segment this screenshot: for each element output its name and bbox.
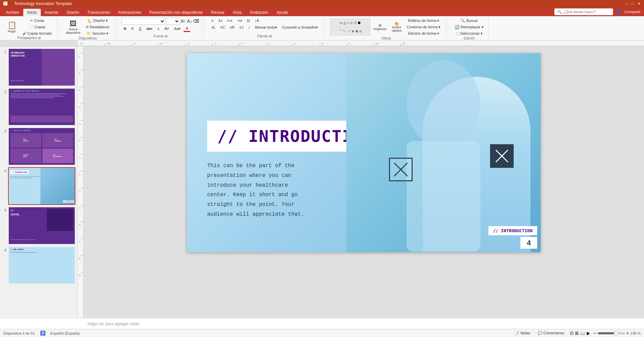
align-center-button[interactable]: ≡C	[218, 25, 227, 30]
t4-bottom-label: // INTRODUCTION	[63, 201, 74, 203]
shapes-panel[interactable]: ▭ △ ○ ◇ ⬡ ⬣	[330, 19, 371, 27]
organizar-button[interactable]: ⊞ Organizar	[372, 23, 389, 32]
smartart-button[interactable]: Convertir a SmartArt▾	[280, 25, 320, 30]
search-box[interactable]	[563, 10, 610, 14]
slide-thumb-container-3[interactable]: 3 // TABLE OF CONTENTS OURCENTER KEYNUMB…	[2, 127, 75, 165]
notes-button[interactable]: 📝 Notas	[513, 330, 532, 336]
zoom-out-button[interactable]: ─	[593, 331, 597, 336]
clear-format-button[interactable]: ⌫	[193, 19, 199, 24]
justify-button[interactable]: ≡J	[237, 25, 246, 30]
font-size-selector[interactable]	[166, 18, 180, 25]
numbering-button[interactable]: 1≡	[216, 18, 225, 24]
decrease-indent-button[interactable]: ⇐≡	[225, 18, 234, 24]
slide-canvas[interactable]: // INTRODUCTION This can be the part of …	[187, 53, 541, 252]
strikethrough-button[interactable]: abc	[144, 26, 155, 31]
slide-thumb-1[interactable]: TECHNOLOGYINNOVATION HEALTHCARE GUIDE	[8, 48, 75, 86]
estilos-rapidos-button[interactable]: 🎨 Estilosrápidos	[390, 21, 404, 33]
reading-view-button[interactable]: 📖	[580, 331, 585, 336]
slide-thumb-3[interactable]: // TABLE OF CONTENTS OURCENTER KEYNUMBER…	[8, 127, 75, 165]
contorno-forma-button[interactable]: Contorno de forma ▾	[405, 24, 443, 30]
sep2	[117, 20, 117, 37]
font-color-button[interactable]: A	[184, 26, 190, 32]
columns-button[interactable]: ⊟	[245, 18, 252, 24]
share-icon: 👤	[616, 10, 621, 14]
tab-archivo[interactable]: Archivo	[2, 9, 23, 16]
layout-button[interactable]: 📐 Diseño ▾	[84, 18, 111, 24]
section-button[interactable]: 📁 Sección ▾	[84, 31, 111, 36]
slide-thumb-2[interactable]: // CONTENTS OF THIS TEMPLATE	[8, 88, 75, 126]
seleccionar-button[interactable]: ⬚ Seleccionar ▾	[453, 31, 485, 36]
x1-svg	[392, 161, 409, 178]
slide-sorter-button[interactable]: ⊞	[575, 331, 579, 336]
relleno-forma-button[interactable]: Relleno de forma ▾	[405, 18, 443, 24]
comments-button[interactable]: 💬 Comentarios	[536, 330, 566, 336]
font-selector[interactable]	[122, 18, 165, 25]
copy-button[interactable]: 📄 Copiar	[21, 24, 54, 30]
svg-text:-3: -3	[78, 224, 81, 226]
svg-text:10: 10	[376, 42, 379, 45]
tab-insertar[interactable]: Insertar	[41, 9, 63, 16]
bold-button[interactable]: N	[122, 26, 128, 31]
copy-format-button[interactable]: 🖌 Copiar formato	[21, 31, 54, 36]
tab-diseno[interactable]: Diseño	[63, 9, 83, 16]
slideshow-button[interactable]: ▶	[587, 331, 590, 336]
tab-presentacion[interactable]: Presentación con diapositivas	[145, 9, 207, 16]
case-button[interactable]: Aa▾	[172, 26, 183, 32]
window-close[interactable]: ✕	[637, 1, 641, 6]
text-direction-button[interactable]: ↕A	[253, 18, 261, 24]
slide-thumb-container-5[interactable]: 5 01 CENTER_ You can enter a subtitle he…	[2, 207, 75, 245]
tab-vista[interactable]: Vista	[229, 9, 246, 16]
paste-button[interactable]: 📋 Pegar	[4, 20, 19, 34]
italic-button[interactable]: K	[129, 26, 136, 31]
tab-revisar[interactable]: Revisar	[207, 9, 229, 16]
window-minimize[interactable]: ─	[625, 1, 628, 6]
slide-number-3: 3	[2, 129, 6, 133]
spacing-button[interactable]: AV	[162, 26, 171, 31]
page-num-text: 4	[527, 239, 531, 247]
tab-animaciones[interactable]: Animaciones	[114, 9, 146, 16]
slide-thumb-4[interactable]: // INTRODUCTION This can be the part of …	[8, 167, 75, 205]
tab-grabacion[interactable]: Grabación	[246, 9, 272, 16]
zoom-in-button[interactable]: +	[626, 331, 629, 336]
intro-body[interactable]: This can be the part of thepresentation …	[207, 161, 335, 219]
t3-cell-3: PATIENTCARE	[10, 149, 41, 163]
svg-text:-6: -6	[160, 42, 163, 45]
underline-button[interactable]: S	[137, 26, 143, 31]
reemplazar-button[interactable]: 🔄 Reemplazar ▾	[453, 24, 485, 30]
align-text-button[interactable]: Alinear texto▾	[253, 25, 279, 30]
zoom-slider[interactable]	[598, 332, 625, 334]
share-label[interactable]: Compartir	[624, 10, 641, 14]
canvas-area[interactable]: // INTRODUCTION This can be the part of …	[84, 47, 644, 318]
tab-inicio[interactable]: Inicio	[23, 9, 41, 16]
t4-title-box: // INTRODUCTION	[10, 171, 29, 174]
align-left-button[interactable]: ≡L	[209, 25, 218, 30]
slide-thumb-6[interactable]: // OUR CENTER This can be the part of th…	[8, 246, 75, 284]
ruler-h-svg: -12 -10 -8 -6 -4 -2 0 2 4 6 8 10 12	[77, 40, 644, 46]
increase-indent-button[interactable]: ⇒≡	[235, 18, 244, 24]
normal-view-button[interactable]: ⊡	[570, 331, 574, 336]
app-icon: 🅿	[3, 1, 7, 6]
line-spacing-button[interactable]: ↕	[246, 25, 252, 30]
t5-body: You can enter a subtitle here if you nee…	[10, 239, 73, 241]
slide-thumb-5[interactable]: 01 CENTER_ You can enter a subtitle here…	[8, 207, 75, 245]
zoom-slider-thumb[interactable]	[614, 331, 618, 335]
slide-thumb-container-4[interactable]: 4 // INTRODUCTION This can be the part o…	[2, 167, 75, 205]
buscar-button[interactable]: 🔍 Buscar	[453, 18, 485, 24]
font-decrease-button[interactable]: A↓	[187, 19, 192, 24]
font-increase-button[interactable]: A↑	[181, 19, 186, 24]
align-right-button[interactable]: ≡R	[228, 25, 236, 30]
bullets-button[interactable]: ≡	[209, 18, 215, 24]
shapes-panel-2[interactable]: ⌒ ↖ ↗ ⊕ ⊗ ⊙	[330, 27, 371, 35]
cut-button[interactable]: ✂ Cortar	[21, 18, 54, 24]
new-slide-button[interactable]: 🖼 Nuevadiapositiva	[64, 19, 83, 35]
slide-thumb-container-2[interactable]: 2 // CONTENTS OF THIS TEMPLATE	[2, 88, 75, 126]
tab-transiciones[interactable]: Transiciones	[83, 9, 114, 16]
reset-button[interactable]: ↺ Restablecer	[84, 24, 111, 30]
shadow-button[interactable]: s	[156, 26, 162, 31]
notes-area[interactable]: Haga clic para agregar notas	[0, 318, 644, 329]
efectos-forma-button[interactable]: Efectos de forma ▾	[405, 31, 443, 36]
window-maximize[interactable]: □	[632, 1, 634, 6]
slide-thumb-container-1[interactable]: 1 TECHNOLOGYINNOVATION HEALTHCARE GUIDE	[2, 48, 75, 86]
tab-ayuda[interactable]: Ayuda	[272, 9, 292, 16]
slide-thumb-container-6[interactable]: 6 // OUR CENTER This can be the part of …	[2, 246, 75, 284]
